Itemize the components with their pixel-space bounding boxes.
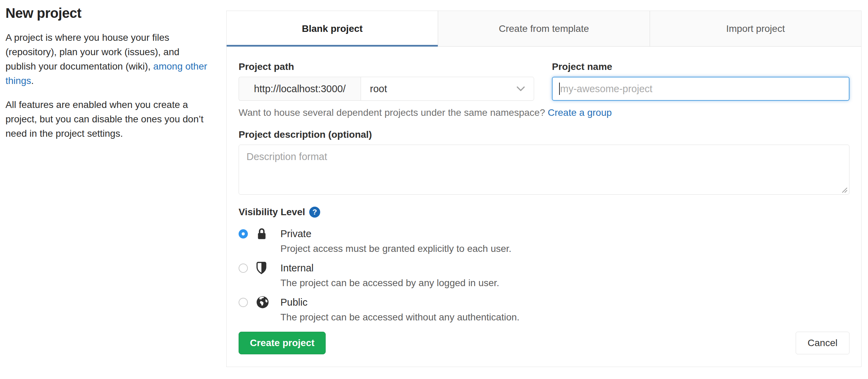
new-project-sidebar: New project A project is where you house… [5,5,211,141]
namespace-help-text: Want to house several dependent projects… [239,107,548,118]
namespace-help: Want to house several dependent projects… [239,106,849,119]
radio-unselected-icon[interactable] [239,264,248,273]
intro-paragraph: A project is where you house your files … [5,30,211,88]
features-paragraph: All features are enabled when you create… [5,98,211,141]
namespace-select[interactable]: root [361,77,534,101]
radio-selected-icon[interactable] [239,229,248,239]
page-title: New project [5,5,211,21]
visibility-option-private: Private Project access must be granted e… [239,226,849,255]
tab-blank-project[interactable]: Blank project [227,11,438,46]
shield-icon [256,261,267,275]
option-private-description: Project access must be granted explicitl… [280,243,849,255]
chevron-down-icon [516,86,526,92]
url-prefix-addon: http://localhost:3000/ [239,77,361,101]
tab-create-from-template[interactable]: Create from template [438,11,649,46]
option-internal-label: Internal [280,262,314,274]
visibility-options: Private Project access must be granted e… [239,226,849,323]
radio-internal[interactable]: Internal [239,260,849,276]
help-icon[interactable]: ? [309,207,320,218]
new-project-panel: Blank project Create from template Impor… [226,11,861,367]
tab-import-project[interactable]: Import project [650,11,861,46]
project-path-label: Project path [239,61,534,73]
project-description-textarea[interactable] [239,145,849,195]
radio-private[interactable]: Private [239,226,849,241]
project-name-label: Project name [552,61,849,73]
blank-project-form: Project path http://localhost:3000/ root… [227,47,861,367]
namespace-selected-value: root [370,83,387,95]
globe-icon [256,296,269,309]
visibility-level-label: Visibility Level [239,206,305,218]
option-public-description: The project can be accessed without any … [280,311,849,323]
text-caret [559,83,560,95]
project-type-tabs: Blank project Create from template Impor… [227,11,861,47]
option-private-label: Private [280,228,311,240]
project-name-input[interactable] [552,77,849,101]
lock-icon [256,227,267,241]
cancel-button[interactable]: Cancel [796,332,849,354]
create-a-group-link[interactable]: Create a group [548,107,612,118]
project-description-label: Project description (optional) [239,129,849,140]
option-public-label: Public [280,297,308,308]
radio-public[interactable]: Public [239,295,849,310]
intro-text-end: . [31,75,34,86]
radio-unselected-icon[interactable] [239,298,248,307]
visibility-option-public: Public The project can be accessed witho… [239,295,849,323]
visibility-option-internal: Internal The project can be accessed by … [239,260,849,289]
create-project-button[interactable]: Create project [239,332,326,354]
option-internal-description: The project can be accessed by any logge… [280,277,849,289]
